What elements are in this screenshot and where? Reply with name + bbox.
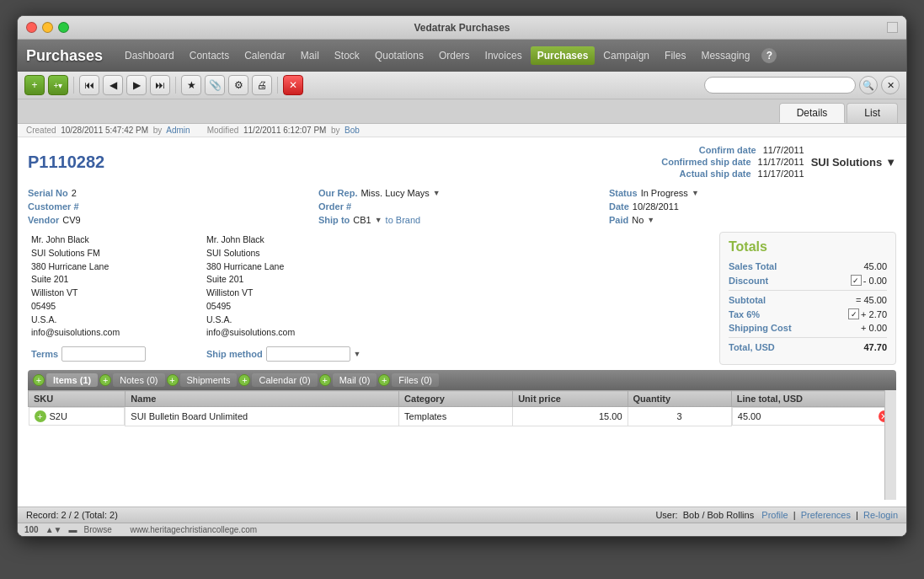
paid-dropdown[interactable]: ▼ <box>647 216 654 224</box>
tax-checkbox[interactable]: ✓ <box>848 308 859 319</box>
nav-item-files[interactable]: Files <box>658 46 692 65</box>
sub-tab-files[interactable]: Files (0) <box>392 373 439 387</box>
ship-to-label: Ship to <box>318 215 350 225</box>
modified-by-label: by <box>331 126 340 135</box>
our-rep-label: Our Rep. <box>318 188 357 198</box>
nav-item-campaign[interactable]: Campaign <box>596 46 656 65</box>
nav-item-calendar[interactable]: Calendar <box>238 46 292 65</box>
purchase-number: P1110282 <box>28 153 104 172</box>
to-brand-link[interactable]: to Brand <box>386 215 421 225</box>
nav-item-stock[interactable]: Stock <box>328 46 366 65</box>
tax-value: + 2.70 <box>861 309 887 319</box>
status-bar: Record: 2 / 2 (Total: 2) User: Bob / Bob… <box>18 507 906 523</box>
search-input[interactable] <box>704 77 856 94</box>
sender-company: SUI Solutions FM <box>31 247 193 260</box>
ship-method-dropdown[interactable]: ▼ <box>354 350 361 358</box>
add-calendar-button[interactable]: + <box>238 374 250 386</box>
add-mail-button[interactable]: + <box>319 374 331 386</box>
delete-button[interactable]: ✕ <box>283 75 303 95</box>
middle-fields: Our Rep. Miss. Lucy Mays ▼ Order # Ship … <box>318 186 606 227</box>
sender-country: U.S.A. <box>31 314 193 327</box>
col-sku: SKU <box>29 391 126 407</box>
tab-list[interactable]: List <box>847 103 898 123</box>
paid-label: Paid <box>609 215 628 225</box>
totals-divider-1 <box>729 290 887 291</box>
settings-button[interactable]: ⚙ <box>228 75 248 95</box>
created-by-link[interactable]: Admin <box>166 126 190 135</box>
first-record-button[interactable]: ⏮ <box>79 75 99 95</box>
recipient-country: U.S.A. <box>206 314 385 327</box>
next-record-button[interactable]: ▶ <box>126 75 147 95</box>
row-add-button[interactable]: + <box>35 410 46 422</box>
items-table-wrapper: SKU Name Category Unit price Quantity Li… <box>28 390 896 500</box>
nav-item-dashboard[interactable]: Dashboard <box>118 46 181 65</box>
close-button[interactable] <box>26 22 37 33</box>
sub-tab-calendar[interactable]: Calendar (0) <box>252 373 317 387</box>
actual-ship-value: 11/17/2011 <box>758 169 804 179</box>
print-button[interactable]: 🖨 <box>252 75 272 95</box>
discount-checkbox[interactable]: ✓ <box>851 275 862 286</box>
sales-total-label: Sales Total <box>729 261 777 271</box>
help-button[interactable]: ? <box>761 48 777 63</box>
nav-item-quotations[interactable]: Quotations <box>368 46 430 65</box>
subtotal-row: Subtotal = 45.00 <box>729 293 887 307</box>
add-button[interactable]: + <box>24 75 45 95</box>
nav-item-orders[interactable]: Orders <box>432 46 477 65</box>
sub-tab-notes[interactable]: Notes (0) <box>113 373 164 387</box>
vendor-label: Vendor <box>28 215 59 225</box>
our-rep-dropdown[interactable]: ▼ <box>433 189 441 197</box>
confirm-date-label: Confirm date <box>661 145 756 155</box>
sub-tab-shipments[interactable]: Shipments <box>180 373 238 387</box>
nav-item-messaging[interactable]: Messaging <box>694 46 756 65</box>
recipient-email: info@suisolutions.com <box>206 326 385 340</box>
nav-item-mail[interactable]: Mail <box>294 46 326 65</box>
preferences-link[interactable]: Preferences <box>801 510 851 520</box>
ship-to-dropdown[interactable]: ▼ <box>375 216 382 224</box>
terms-input[interactable] <box>61 346 146 362</box>
add-files-button[interactable]: + <box>378 374 390 386</box>
sub-tab-items[interactable]: Items (1) <box>46 373 98 387</box>
toolbar-separator-3 <box>277 77 278 94</box>
last-record-button[interactable]: ⏭ <box>150 75 170 95</box>
add-secondary-button[interactable]: +▾ <box>48 75 68 95</box>
ship-method-label: Ship method <box>206 349 263 359</box>
add-item-button[interactable]: + <box>33 374 45 386</box>
totals-divider-2 <box>729 337 887 338</box>
col-category: Category <box>399 391 513 407</box>
search-clear-button[interactable]: ✕ <box>881 76 900 94</box>
cell-name: SUI Bulletin Board Unlimited <box>126 407 399 426</box>
shipping-row: Shipping Cost + 0.00 <box>729 321 887 335</box>
zoom-icon: ▲▼ <box>45 525 62 534</box>
resize-widget[interactable] <box>887 22 898 33</box>
sender-address-col: Mr. John Black SUI Solutions FM 380 Hurr… <box>28 232 196 365</box>
recipient-zip: 05495 <box>206 300 385 314</box>
nav-item-invoices[interactable]: Invoices <box>478 46 529 65</box>
ship-method-input[interactable] <box>266 346 350 362</box>
right-fields: Status In Progress ▼ Date 10/28/2011 Pai… <box>609 186 896 227</box>
prev-record-button[interactable]: ◀ <box>103 75 123 95</box>
maximize-button[interactable] <box>58 22 69 33</box>
nav-item-purchases[interactable]: Purchases <box>531 46 596 65</box>
serial-value: 2 <box>72 188 77 198</box>
search-button[interactable]: 🔍 <box>859 76 878 94</box>
relogin-link[interactable]: Re-login <box>863 510 898 520</box>
status-dropdown[interactable]: ▼ <box>692 189 699 197</box>
sender-street: 380 Hurricane Lane <box>31 260 193 274</box>
nav-item-contacts[interactable]: Contacts <box>183 46 236 65</box>
favorite-button[interactable]: ★ <box>181 75 201 95</box>
tax-label: Tax 6% <box>729 309 760 319</box>
our-rep-value: Miss. Lucy Mays <box>361 188 429 198</box>
add-notes-button[interactable]: + <box>99 374 111 386</box>
add-shipments-button[interactable]: + <box>167 374 179 386</box>
profile-link[interactable]: Profile <box>761 510 788 520</box>
minimize-button[interactable] <box>42 22 53 33</box>
vendor-value: CV9 <box>62 215 80 225</box>
attach-button[interactable]: 📎 <box>205 75 225 95</box>
vertical-scrollbar[interactable] <box>884 390 896 500</box>
confirm-date-value: 11/7/2011 <box>763 145 804 155</box>
modified-by-link[interactable]: Bob <box>344 126 360 135</box>
sub-tab-mail[interactable]: Mail (0) <box>333 373 377 387</box>
tab-details[interactable]: Details <box>779 103 846 123</box>
title-bar: Vedatrak Purchases <box>18 16 906 40</box>
sender-suite: Suite 201 <box>31 273 193 287</box>
